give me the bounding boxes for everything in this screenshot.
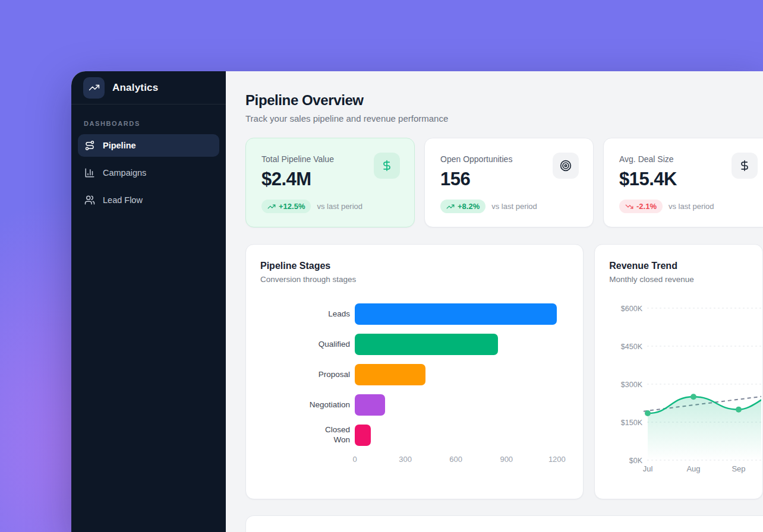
stage-bar bbox=[355, 303, 557, 325]
stage-label: Closed Won bbox=[260, 425, 350, 445]
app-window: Analytics DASHBOARDS PipelineCampaignsLe… bbox=[71, 71, 763, 532]
kpi-card-avg-deal-size: Avg. Deal Size$15.4K-2.1%vs last period bbox=[603, 138, 763, 227]
stage-row-leads: Leads bbox=[260, 303, 569, 325]
stage-label: Proposal bbox=[260, 370, 350, 380]
kpi-note: vs last period bbox=[317, 202, 362, 211]
kpi-note: vs last period bbox=[491, 202, 537, 211]
data-point bbox=[645, 410, 651, 416]
dollar-icon bbox=[739, 160, 751, 172]
y-axis-label: $300K bbox=[621, 381, 643, 389]
sidebar-item-pipeline[interactable]: Pipeline bbox=[78, 134, 219, 157]
sidebar-item-lead-flow[interactable]: Lead Flow bbox=[78, 189, 219, 211]
kpi-footer: +8.2%vs last period bbox=[440, 200, 537, 213]
y-axis-label: $600K bbox=[621, 305, 643, 313]
revenue-trend-card: $0K$150K$300K$450K$600KJulAugSep Revenue… bbox=[594, 244, 763, 499]
trending-up-icon bbox=[267, 202, 276, 211]
change-badge: -2.1% bbox=[619, 200, 663, 213]
sidebar: Analytics DASHBOARDS PipelineCampaignsLe… bbox=[71, 71, 226, 532]
sidebar-item-label: Pipeline bbox=[103, 141, 136, 150]
users-icon bbox=[84, 195, 95, 205]
sidebar-nav: PipelineCampaignsLead Flow bbox=[71, 134, 226, 211]
change-badge: +8.2% bbox=[440, 200, 485, 213]
stage-row-proposal: Proposal bbox=[260, 364, 569, 385]
stage-bar-axis: 03006009001200 bbox=[355, 455, 569, 466]
dollar-icon bbox=[381, 160, 393, 172]
stage-bar bbox=[355, 334, 498, 355]
x-axis-label: Aug bbox=[687, 464, 701, 473]
trend-line bbox=[644, 397, 761, 411]
change-badge: +12.5% bbox=[261, 200, 311, 213]
x-axis-label: Jul bbox=[643, 464, 653, 473]
sidebar-section-label: DASHBOARDS bbox=[84, 120, 226, 127]
partially-visible-card bbox=[245, 515, 763, 532]
stage-bar-track bbox=[355, 334, 569, 355]
bar-chart-icon bbox=[84, 167, 95, 178]
y-axis-label: $450K bbox=[621, 343, 643, 351]
trending-up-icon bbox=[89, 82, 100, 93]
stage-bar-track bbox=[355, 425, 569, 446]
kpi-row: Total Pipeline Value$2.4M+12.5%vs last p… bbox=[245, 138, 763, 227]
x-axis-tick: 1200 bbox=[548, 455, 566, 464]
kpi-card-total-pipeline-value: Total Pipeline Value$2.4M+12.5%vs last p… bbox=[245, 138, 415, 227]
target-icon bbox=[560, 160, 572, 172]
stage-label: Leads bbox=[260, 309, 350, 319]
sidebar-item-label: Campaigns bbox=[103, 168, 146, 178]
app-logo bbox=[83, 77, 105, 99]
stage-bar-chart: LeadsQualifiedProposalNegotiationClosed … bbox=[260, 303, 569, 446]
charts-row: Pipeline Stages Conversion through stage… bbox=[245, 244, 763, 499]
kpi-icon-tile bbox=[553, 153, 579, 179]
stage-bar bbox=[355, 394, 385, 416]
stage-row-negotiation: Negotiation bbox=[260, 394, 569, 416]
stage-row-qualified: Qualified bbox=[260, 334, 569, 355]
sidebar-item-label: Lead Flow bbox=[103, 195, 143, 205]
data-point bbox=[691, 394, 696, 400]
revenue-line bbox=[648, 397, 761, 413]
data-point bbox=[736, 407, 742, 413]
x-axis-label: Sep bbox=[732, 464, 746, 473]
stage-bar bbox=[355, 425, 371, 446]
route-icon bbox=[84, 140, 95, 151]
x-axis-tick: 300 bbox=[399, 455, 412, 464]
main-content: Pipeline Overview Track your sales pipel… bbox=[226, 71, 763, 532]
stage-bar-track bbox=[355, 364, 569, 385]
pipeline-stages-title: Pipeline Stages bbox=[260, 261, 569, 271]
kpi-card-open-opportunities: Open Opportunities156+8.2%vs last period bbox=[424, 138, 594, 227]
x-axis-tick: 0 bbox=[352, 455, 357, 464]
x-axis-tick: 900 bbox=[500, 455, 513, 464]
x-axis-tick: 600 bbox=[449, 455, 462, 464]
stage-label: Negotiation bbox=[260, 400, 350, 410]
kpi-footer: +12.5%vs last period bbox=[261, 200, 362, 213]
page-subtitle: Track your sales pipeline and revenue pe… bbox=[245, 113, 763, 124]
revenue-trend-title: Revenue Trend bbox=[609, 261, 748, 271]
revenue-area bbox=[648, 397, 761, 460]
trending-up-icon bbox=[446, 202, 455, 211]
change-value: +8.2% bbox=[458, 202, 480, 211]
kpi-note: vs last period bbox=[669, 202, 714, 211]
change-value: +12.5% bbox=[279, 202, 305, 211]
stage-bar-track bbox=[355, 303, 569, 325]
change-value: -2.1% bbox=[636, 202, 657, 211]
trending-down-icon bbox=[625, 202, 633, 211]
stage-bar bbox=[355, 364, 425, 385]
app-title: Analytics bbox=[112, 82, 158, 94]
revenue-trend-subtitle: Monthly closed revenue bbox=[609, 275, 748, 284]
kpi-icon-tile bbox=[374, 153, 400, 179]
stage-bar-track bbox=[355, 394, 569, 416]
kpi-footer: -2.1%vs last period bbox=[619, 200, 714, 213]
page-title: Pipeline Overview bbox=[245, 91, 763, 109]
sidebar-item-campaigns[interactable]: Campaigns bbox=[78, 162, 219, 184]
logo-row: Analytics bbox=[71, 71, 226, 104]
pipeline-stages-subtitle: Conversion through stages bbox=[260, 275, 569, 284]
pipeline-stages-card: Pipeline Stages Conversion through stage… bbox=[245, 244, 584, 499]
y-axis-label: $150K bbox=[621, 419, 643, 427]
stage-label: Qualified bbox=[260, 340, 350, 350]
stage-row-closed-won: Closed Won bbox=[260, 425, 569, 446]
kpi-icon-tile bbox=[732, 153, 758, 179]
y-axis-label: $0K bbox=[629, 457, 643, 465]
